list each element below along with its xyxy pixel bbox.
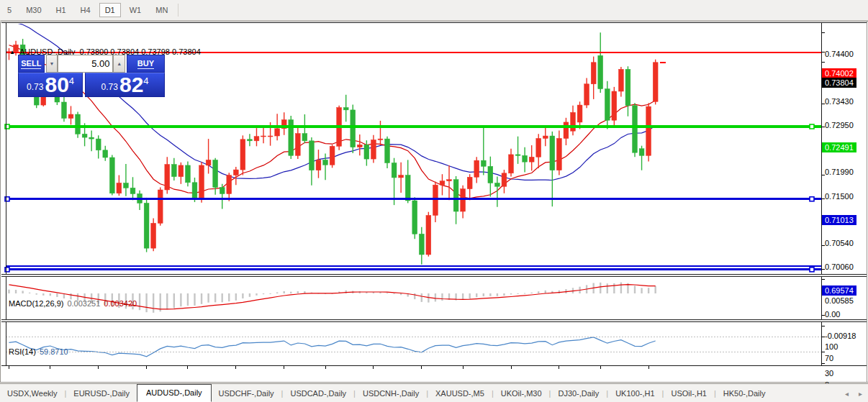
buy-price-box[interactable]: 0.73 82 4 [85, 73, 165, 97]
timeframe-button-d1[interactable]: D1 [99, 3, 121, 17]
buy-price-pipette: 4 [143, 76, 148, 86]
candle [584, 84, 589, 105]
candle [509, 155, 514, 173]
rsi-plot [9, 337, 656, 357]
candle [96, 139, 101, 150]
candle [240, 140, 245, 170]
timeframe-button-m30[interactable]: M30 [20, 3, 47, 17]
candle [371, 140, 376, 159]
chart-tab-audusd-daily[interactable]: AUDUSD-,Daily [137, 384, 212, 402]
candle [165, 165, 170, 190]
toolbar-separator [178, 4, 178, 17]
candle [440, 181, 445, 185]
candle [557, 138, 562, 170]
chart-tab-dj30-daily[interactable]: DJ30-,Daily [551, 385, 606, 401]
candle [612, 91, 617, 120]
sell-price-big: 80 [45, 75, 68, 95]
sell-price-prefix: 0.73 [27, 82, 43, 92]
chart-tab-usoil-h1[interactable]: USOil-,H1 [664, 385, 714, 401]
chart-tab-xauusd-m5[interactable]: XAUUSD-,M5 [428, 385, 492, 401]
candle [309, 141, 315, 170]
volume-input[interactable]: 5.00 [58, 55, 113, 73]
candle [261, 136, 266, 137]
candle [68, 114, 73, 118]
candle [419, 234, 424, 255]
macd-label: MACD(12,26,9)0.0032510.003420 [9, 299, 137, 308]
candle [82, 134, 87, 137]
candle [467, 177, 472, 188]
tab-scroll-left-icon[interactable]: ◂ [845, 390, 849, 398]
candle [233, 170, 238, 175]
price-tick-label: 0.71500 [825, 192, 854, 201]
candle [529, 157, 534, 162]
candle [158, 190, 163, 223]
chart-tab-bar: USDX,Weekly|EURUSD-,DailyAUDUSD-,DailyUS… [0, 383, 868, 402]
candle [536, 138, 541, 157]
candle [316, 160, 321, 170]
trade-panel-price-row: 0.73 80 4 0.73 82 4 [18, 73, 165, 97]
candle [351, 110, 356, 147]
rsi-scale-label: 70 [825, 354, 833, 362]
hline-price-label: 0.74002 [822, 68, 856, 78]
candle [625, 69, 630, 105]
macd-scale-label: -0.00918 [825, 332, 856, 340]
candle [302, 134, 307, 141]
macd-name: MACD(12,26,9) [9, 299, 63, 308]
timeframe-button-h4[interactable]: H4 [75, 3, 96, 17]
candle [550, 136, 555, 170]
chart-tab-ukoil-m30[interactable]: UKOil-,M30 [494, 385, 549, 401]
chart-tab-usdx-weekly[interactable]: USDX,Weekly [0, 385, 64, 401]
chart-tab-hk50-daily[interactable]: HK50-,Daily [716, 385, 773, 401]
rsi-value: 59.8710 [40, 347, 68, 356]
candle [591, 63, 596, 84]
candle [405, 175, 410, 201]
volume-decrease-button[interactable]: ▼ [46, 55, 58, 73]
volume-increase-button[interactable]: ▲ [113, 55, 125, 73]
candle [378, 139, 383, 140]
candle [453, 180, 458, 211]
candle [412, 201, 417, 234]
timeframe-button-h1[interactable]: H1 [50, 3, 72, 17]
timeframe-button-5[interactable]: 5 [1, 3, 17, 17]
candle [281, 120, 286, 129]
candle [109, 157, 114, 193]
candle [605, 89, 610, 121]
buy-price-prefix: 0.73 [101, 82, 118, 92]
chart-tab-eurusd-daily[interactable]: EURUSD-,Daily [66, 385, 137, 401]
buy-button-label: BUY [137, 59, 154, 69]
sell-button-label: SELL [21, 59, 41, 69]
macd-main-value: 0.003251 [67, 299, 100, 308]
timeframe-button-w1[interactable]: W1 [124, 3, 148, 17]
hline-price-label: 0.72491 [822, 142, 856, 152]
one-click-trade-panel: SELL ▼ 5.00 ▲ BUY 0.73 80 4 0.73 82 4 [18, 55, 165, 97]
price-tick-label: 0.70060 [825, 262, 854, 271]
timeframe-button-mn[interactable]: MN [150, 3, 173, 17]
chart-tab-uk100-h1[interactable]: UK100-,H1 [608, 385, 661, 401]
candle [343, 107, 348, 109]
candle [206, 160, 211, 165]
candle [117, 183, 122, 193]
candle [495, 183, 500, 186]
buy-button[interactable]: BUY [127, 55, 165, 73]
candle [76, 114, 81, 134]
price-tick-label: 0.71990 [825, 168, 854, 176]
candle [254, 137, 259, 141]
candle [62, 102, 67, 118]
candle [488, 166, 493, 183]
candle [330, 146, 335, 165]
chart-tab-usdcnh-daily[interactable]: USDCNH-,Daily [356, 385, 426, 401]
candle [474, 160, 479, 177]
sell-button[interactable]: SELL [18, 55, 45, 73]
timeframe-toolbar: 5M30H1H4D1W1MN [0, 0, 868, 21]
chart-tab-usdcad-daily[interactable]: USDCAD-,Daily [283, 385, 353, 401]
sell-price-box[interactable]: 0.73 80 4 [18, 73, 83, 97]
sell-price-pipette: 4 [69, 76, 74, 86]
candle [103, 150, 108, 157]
chart-tab-usdchf-daily[interactable]: USDCHF-,Daily [212, 385, 281, 401]
tab-scroll-right-icon[interactable]: ▸ [859, 390, 862, 398]
up-triangle-icon: ▲ [9, 49, 15, 55]
price-tick-label: 0.74400 [825, 50, 854, 58]
candle [502, 173, 507, 186]
candle [130, 188, 135, 193]
candle [618, 69, 623, 91]
